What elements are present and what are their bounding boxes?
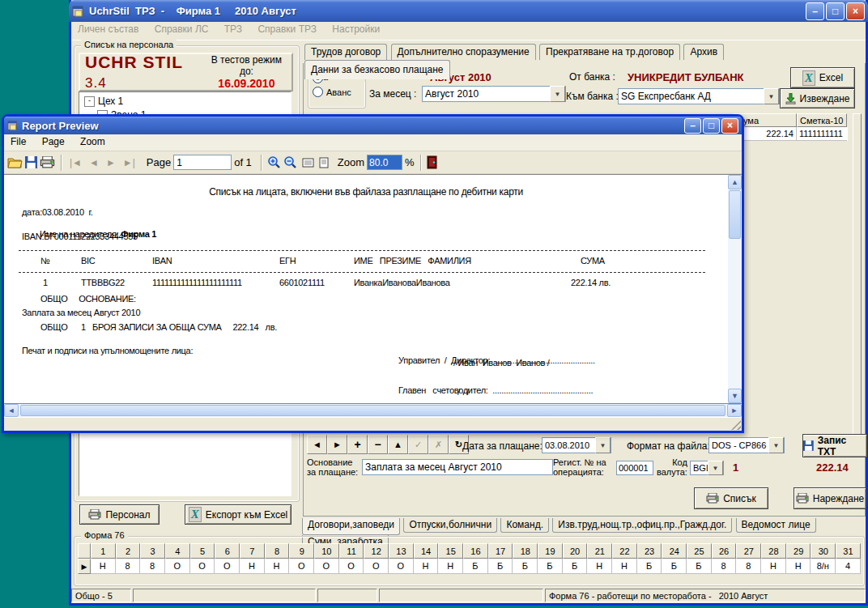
horizontal-scrollbar[interactable]: ◄ ► <box>4 404 742 417</box>
forma76-day-value[interactable]: Б <box>662 559 687 574</box>
scroll-left-icon[interactable]: ◄ <box>4 404 19 417</box>
save-icon[interactable] <box>25 156 37 168</box>
forma76-day-value[interactable]: Н <box>265 559 290 574</box>
chevron-down-icon[interactable]: ▼ <box>708 461 723 475</box>
main-titlebar[interactable]: UchrStil ТРЗ - Фирма 1 2010 Август – □ × <box>69 0 868 22</box>
reason-input[interactable] <box>362 459 553 475</box>
menu-spravki-trz[interactable]: Справки ТРЗ <box>251 22 323 36</box>
forma76-day-value[interactable]: Б <box>637 559 662 574</box>
whole-page-icon[interactable] <box>319 157 329 168</box>
scroll-thumb[interactable] <box>20 405 725 416</box>
forma76-day-value[interactable]: Н <box>91 559 116 574</box>
btab-dogovori[interactable]: Договори,заповеди <box>302 518 400 535</box>
prev-page-button[interactable]: ◄ <box>87 157 101 168</box>
print-icon[interactable] <box>40 156 55 168</box>
forma76-day-value[interactable]: Н <box>240 559 265 574</box>
forma76-day-value[interactable]: Б <box>488 559 513 574</box>
menu-lichen-sastav[interactable]: Личен състав <box>71 22 145 36</box>
grid-val-smetka[interactable]: 1111111111 <box>797 127 847 141</box>
forma76-day-value[interactable]: О <box>314 559 339 574</box>
personal-button[interactable]: Персонал <box>79 504 160 525</box>
forma76-day-value[interactable]: О <box>215 559 240 574</box>
forma76-day-value[interactable]: О <box>389 559 414 574</box>
scroll-down-icon[interactable]: ▼ <box>728 389 742 403</box>
file-format-combo[interactable]: DOS - CP866 ▼ <box>708 437 785 453</box>
chevron-down-icon[interactable]: ▼ <box>550 86 565 102</box>
nav-next-button[interactable]: ► <box>327 435 347 454</box>
forma76-day-value[interactable]: 8 <box>712 559 737 574</box>
excel-button[interactable]: X Excel <box>790 67 855 88</box>
preview-titlebar[interactable]: Report Preview – □ × <box>4 117 742 134</box>
forma76-day-value[interactable]: Б <box>463 559 488 574</box>
scroll-thumb[interactable] <box>729 190 741 239</box>
save-txt-button[interactable]: Запис TXT <box>802 434 867 457</box>
forma76-day-value[interactable]: 8 <box>736 559 761 574</box>
maximize-button[interactable]: □ <box>826 2 845 20</box>
forma76-day-value[interactable]: 8 <box>116 559 141 574</box>
forma76-day-value[interactable]: Б <box>538 559 563 574</box>
minimize-button[interactable]: – <box>806 2 824 20</box>
zoom-out-icon[interactable] <box>283 155 297 169</box>
close-button[interactable]: × <box>721 118 738 134</box>
forma76-day-value[interactable]: О <box>339 559 364 574</box>
tab-danni-bezkasovo[interactable]: Данни за безкасово плащане <box>304 60 450 79</box>
chevron-down-icon[interactable]: ▼ <box>768 437 784 453</box>
fit-width-icon[interactable] <box>302 157 314 168</box>
forma76-day-value[interactable]: Н <box>786 559 811 574</box>
menu-trz[interactable]: ТРЗ <box>218 22 249 36</box>
export-excel-button[interactable]: X Експорт към Excel <box>185 504 291 525</box>
forma76-day-value[interactable]: О <box>289 559 314 574</box>
nav-insert-button[interactable]: + <box>347 435 368 454</box>
forma76-day-value[interactable]: Н <box>414 559 439 574</box>
open-folder-icon[interactable] <box>7 156 23 168</box>
vertical-scrollbar[interactable]: ▲ ▼ <box>728 175 742 403</box>
exit-door-icon[interactable] <box>427 155 437 169</box>
forma76-day-value[interactable]: Б <box>513 559 538 574</box>
page-input[interactable] <box>173 155 232 170</box>
btab-izv-trud[interactable]: Изв.труд,нощ.тр.,офиц.пр.,Гражд.дог. <box>552 518 732 533</box>
forma76-day-value[interactable]: 8 <box>140 559 165 574</box>
menu-nastroyki[interactable]: Настройки <box>326 22 386 36</box>
nav-post-button[interactable]: ✓ <box>408 435 428 454</box>
forma76-day-value[interactable]: Н <box>612 559 637 574</box>
forma76-day-value[interactable]: Н <box>438 559 463 574</box>
btab-otpuski[interactable]: Отпуски,болнични <box>403 518 497 533</box>
menu-page[interactable]: Page <box>36 134 71 149</box>
menu-zoom[interactable]: Zoom <box>74 134 112 149</box>
nav-cancel-button[interactable]: ✗ <box>428 435 449 454</box>
export-button[interactable]: Извеждане <box>780 88 855 108</box>
zoom-input[interactable] <box>367 155 402 170</box>
nav-prev-button[interactable]: ◄ <box>307 435 327 454</box>
radio-advance[interactable]: Аванс <box>308 83 365 97</box>
first-page-button[interactable]: |◄ <box>67 157 84 168</box>
tab-arhiv[interactable]: Архив <box>683 44 724 60</box>
list-button[interactable]: Списък <box>694 487 768 509</box>
tab-prekratyavane[interactable]: Прекратяване на тр.договор <box>539 44 680 60</box>
scroll-right-icon[interactable]: ► <box>727 404 742 417</box>
close-button[interactable]: × <box>846 2 865 20</box>
chevron-down-icon[interactable]: ▼ <box>764 88 779 104</box>
btab-vedomost[interactable]: Ведомост лице <box>736 518 816 533</box>
to-bank-combo[interactable]: SG Експресбанк АД ▼ <box>618 88 780 104</box>
forma76-day-value[interactable]: Б <box>687 559 712 574</box>
forma76-day-value[interactable]: О <box>364 559 389 574</box>
for-month-combo[interactable]: Август 2010 ▼ <box>422 86 566 102</box>
forma76-day-value[interactable]: Б <box>563 559 588 574</box>
menu-file[interactable]: File <box>4 134 32 149</box>
order-button[interactable]: Нареждане <box>794 487 866 509</box>
forma76-day-value[interactable]: О <box>190 559 215 574</box>
tree-collapse-icon[interactable]: - <box>84 96 95 107</box>
minimize-button[interactable]: – <box>684 118 701 134</box>
scroll-up-icon[interactable]: ▲ <box>728 175 742 189</box>
zoom-in-icon[interactable] <box>267 155 281 169</box>
nav-delete-button[interactable]: − <box>368 435 388 454</box>
grid-scrollbar[interactable] <box>853 113 862 436</box>
forma76-day-value[interactable]: Н <box>587 559 612 574</box>
currency-combo[interactable]: BGL ▼ <box>690 461 724 475</box>
btab-komand[interactable]: Команд. <box>500 518 549 533</box>
chevron-down-icon[interactable]: ▼ <box>595 437 611 453</box>
tab-dopalnitelno-sporazumenie[interactable]: Допълнително споразумение <box>391 44 536 60</box>
next-page-button[interactable]: ► <box>104 157 118 168</box>
forma76-day-value[interactable]: 4 <box>836 559 861 574</box>
tab-trudov-dogovor[interactable]: Трудов договор <box>304 44 387 60</box>
